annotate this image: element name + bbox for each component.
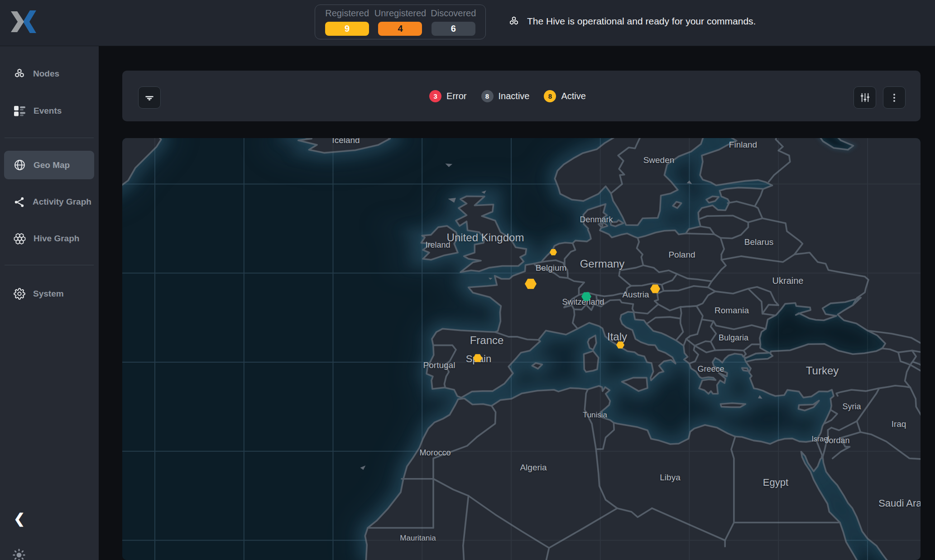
svg-text:United Kingdom: United Kingdom [447,231,524,244]
svg-text:Ireland: Ireland [425,240,450,249]
svg-text:Syria: Syria [842,402,861,411]
svg-text:Greece: Greece [697,364,724,373]
svg-text:Belgium: Belgium [536,263,567,273]
svg-text:Algeria: Algeria [520,463,547,472]
svg-text:Jordan: Jordan [825,436,849,445]
svg-text:Iraq: Iraq [892,419,906,429]
svg-text:Bulgaria: Bulgaria [719,333,749,342]
svg-text:Tunisia: Tunisia [583,411,608,419]
svg-text:Libya: Libya [660,473,681,482]
svg-text:Italy: Italy [607,330,627,343]
svg-text:Egypt: Egypt [763,477,788,488]
svg-text:Denmark: Denmark [580,215,613,224]
svg-text:Saudi Arab: Saudi Arab [878,498,921,509]
svg-text:Austria: Austria [622,290,649,299]
svg-text:Belarus: Belarus [744,237,773,247]
svg-text:Germany: Germany [580,258,625,270]
svg-text:Morocco: Morocco [419,448,451,457]
svg-text:Portugal: Portugal [423,360,456,370]
svg-text:Iceland: Iceland [332,138,360,145]
svg-text:Mauritania: Mauritania [400,534,436,542]
svg-text:Turkey: Turkey [806,364,839,377]
svg-text:Ukraine: Ukraine [772,276,804,286]
svg-text:Sweden: Sweden [643,155,675,165]
svg-text:Poland: Poland [668,250,695,259]
svg-text:France: France [470,334,504,346]
svg-text:Romania: Romania [714,306,749,315]
svg-text:Finland: Finland [729,140,757,149]
